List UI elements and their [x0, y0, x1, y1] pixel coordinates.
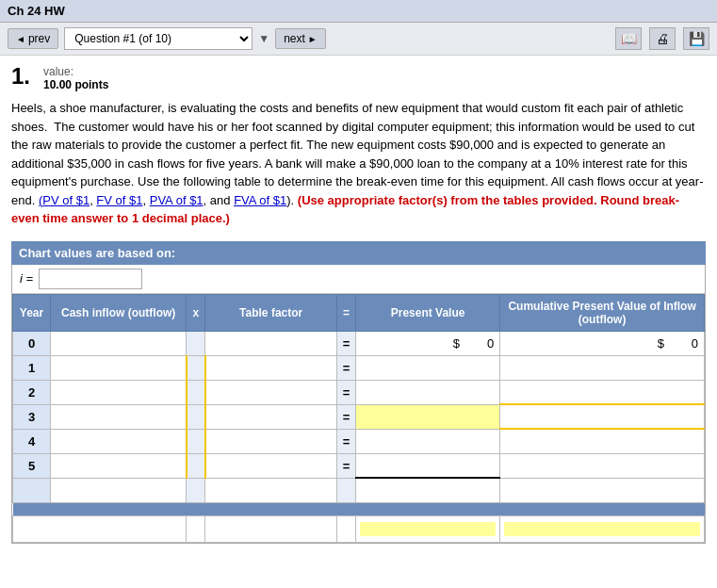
cash-inflow-input[interactable] [55, 434, 182, 449]
table-factor-cell[interactable] [205, 355, 337, 380]
cumulative-pv-input[interactable] [504, 384, 700, 399]
cash-inflow-cell[interactable] [51, 404, 187, 429]
cash-inflow-cell[interactable] [51, 380, 187, 404]
table-factor-input[interactable] [210, 361, 333, 375]
link-fv[interactable]: FV of $1 [96, 193, 142, 207]
col-present-value: Present Value [355, 294, 499, 331]
year-cell: 0 [13, 331, 51, 355]
data-table: Year Cash inflow (outflow) x Table facto… [12, 294, 705, 543]
table-factor-input[interactable] [210, 434, 333, 449]
cash-inflow-input[interactable] [55, 385, 182, 400]
cash-inflow-input[interactable] [55, 410, 182, 424]
question-meta: value: 10.00 points [43, 65, 108, 91]
cash-inflow-cell[interactable] [51, 453, 187, 478]
value-label: value: [43, 65, 108, 78]
x-cell [187, 404, 205, 429]
prev-arrow-icon [16, 32, 25, 45]
table-row: 0 = $ 0 $ 0 [13, 331, 705, 355]
cash-inflow-input[interactable] [55, 459, 182, 473]
cash-inflow-input[interactable] [55, 361, 182, 375]
table-factor-cell[interactable] [205, 404, 337, 429]
footer-cpv-input[interactable] [504, 522, 700, 536]
table-factor-input[interactable] [210, 459, 333, 473]
link-pva[interactable]: PVA of $1 [150, 193, 204, 207]
eq-cell: = [336, 404, 355, 429]
table-header-row: Year Cash inflow (outflow) x Table facto… [13, 294, 705, 331]
x-cell-empty [187, 478, 205, 502]
cumulative-pv-cell[interactable] [500, 355, 705, 380]
present-value-cell[interactable] [355, 429, 499, 453]
table-factor-cell[interactable] [205, 380, 337, 404]
cumulative-pv-input[interactable] [504, 361, 700, 375]
table-row: 4 = [13, 429, 705, 453]
x-cell [187, 453, 205, 478]
footer-eq [336, 515, 355, 542]
footer-input-left[interactable] [13, 515, 187, 542]
prev-button[interactable]: prev [8, 28, 58, 49]
present-value-cell: $ 0 [355, 331, 499, 355]
footer-input-left-field[interactable] [17, 522, 182, 536]
footer-table-factor [205, 515, 337, 542]
next-arrow-icon [308, 32, 318, 45]
footer-yellow-pv[interactable] [355, 515, 499, 542]
question-select[interactable]: Question #1 (of 10) [64, 27, 253, 50]
next-label: next [284, 32, 305, 45]
col-x: x [187, 294, 205, 331]
footer-yellow-cpv[interactable] [500, 515, 705, 542]
year-cell: 4 [13, 429, 51, 453]
save-icon[interactable]: 💾 [683, 27, 709, 50]
next-button[interactable]: next [275, 28, 326, 49]
col-cash-inflow: Cash inflow (outflow) [51, 294, 187, 331]
eq-cell: = [336, 429, 355, 453]
present-value-input[interactable] [360, 385, 496, 400]
cumulative-pv-input[interactable] [504, 410, 700, 424]
present-value-cell[interactable] [355, 380, 499, 404]
cumulative-pv-cell[interactable] [500, 453, 705, 478]
table-row: 1 = [13, 355, 705, 380]
present-value-input[interactable] [360, 458, 496, 472]
table-factor-cell[interactable] [205, 453, 337, 478]
book-icon[interactable]: 📖 [615, 27, 642, 50]
table-factor-cell[interactable] [205, 429, 337, 453]
cumulative-pv-cell[interactable] [500, 404, 705, 429]
table-factor-input[interactable] [209, 336, 333, 351]
footer-blue-row [13, 502, 705, 515]
question-number-label: 1. [11, 65, 30, 88]
link-pv[interactable]: (PV of $1 [39, 193, 90, 207]
cumulative-pv-summary [500, 478, 705, 502]
link-fva[interactable]: FVA of $1 [234, 193, 286, 207]
cash-inflow-input[interactable] [55, 336, 182, 351]
col-eq: = [336, 294, 355, 331]
cumulative-pv-cell[interactable] [500, 429, 705, 453]
table-row: 3 = [13, 404, 705, 429]
present-value-cell[interactable] [355, 404, 499, 429]
table-factor-input[interactable] [210, 385, 333, 400]
col-cumulative-pv: Cumulative Present Value of Inflow (outf… [500, 294, 705, 331]
print-icon[interactable]: 🖨 [649, 27, 676, 50]
i-input[interactable] [39, 269, 142, 289]
top-bar: Ch 24 HW [0, 0, 717, 23]
table-header: Chart values are based on: [11, 241, 706, 265]
present-value-input[interactable] [360, 361, 496, 375]
year-cell-empty [13, 478, 51, 502]
cumulative-pv-input[interactable] [504, 434, 700, 449]
year-cell: 3 [13, 404, 51, 429]
cash-inflow-cell[interactable] [51, 331, 187, 355]
year-cell: 1 [13, 355, 51, 380]
present-value-summary-input[interactable] [360, 483, 496, 498]
cumulative-pv-cell: $ 0 [500, 331, 705, 355]
present-value-summary[interactable] [355, 478, 499, 502]
eq-cell: = [336, 355, 355, 380]
present-value-input[interactable] [360, 410, 496, 424]
present-value-cell[interactable] [355, 355, 499, 380]
present-value-input[interactable] [360, 434, 496, 449]
cash-inflow-cell[interactable] [51, 429, 187, 453]
present-value-cell[interactable] [355, 453, 499, 478]
table-factor-input[interactable] [210, 410, 333, 424]
table-factor-cell[interactable] [205, 331, 337, 355]
cumulative-pv-cell[interactable] [500, 380, 705, 404]
i-row: i = [12, 265, 705, 294]
cash-inflow-cell[interactable] [51, 355, 187, 380]
cumulative-pv-input[interactable] [504, 459, 700, 473]
footer-pv-input[interactable] [360, 522, 496, 536]
